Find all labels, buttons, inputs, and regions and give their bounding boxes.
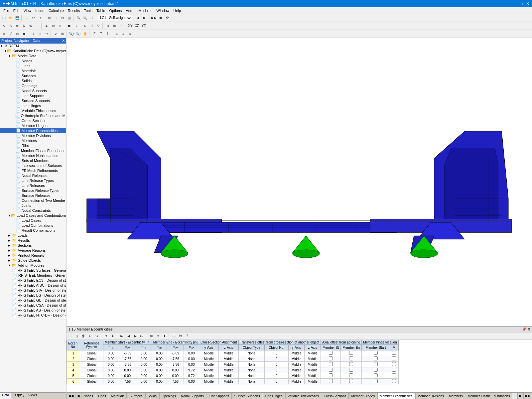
tb2-plane-xy[interactable]: XY xyxy=(127,23,134,29)
tree-item[interactable]: 📄Surface Release Types xyxy=(0,188,66,193)
tb2-scale[interactable]: ↔ xyxy=(34,23,41,29)
tree-item[interactable]: ▼📂Add-on Modules xyxy=(0,263,66,268)
bt-next[interactable]: ▶ xyxy=(132,333,139,339)
tb3-top[interactable]: T xyxy=(98,31,104,37)
bt-last[interactable]: ⏭ xyxy=(139,333,145,339)
bt-undo[interactable]: ↩ xyxy=(87,333,93,339)
tree-item[interactable]: 📄Load Cases xyxy=(0,218,66,223)
tree-item[interactable]: 📄Nodes xyxy=(0,58,66,63)
cell-men[interactable] xyxy=(341,367,362,373)
toolbar-redo[interactable]: ↪ xyxy=(37,15,43,21)
checkbox[interactable] xyxy=(329,362,333,366)
nav-tab[interactable]: Member Elastic Foundations xyxy=(466,393,512,399)
tb3-iso[interactable]: I xyxy=(104,31,111,37)
checkbox[interactable] xyxy=(392,373,396,377)
left-tab-views[interactable]: Views xyxy=(26,393,39,399)
nav-tab[interactable]: Lines xyxy=(96,393,108,399)
bt-chart[interactable]: 📊 xyxy=(171,333,177,339)
tree-item[interactable]: 📄RF-STEEL GB - Design of ste xyxy=(0,298,66,303)
close-btn[interactable]: ✕ xyxy=(526,1,529,6)
checkbox[interactable] xyxy=(349,379,353,383)
checkbox[interactable] xyxy=(392,362,396,366)
tb2-move[interactable]: ⟲ xyxy=(27,23,34,29)
toolbar-next[interactable]: ▶ xyxy=(141,15,148,21)
tb2-box[interactable]: ▭ xyxy=(50,23,57,29)
toolbar-zoom-in[interactable]: 🔍 xyxy=(75,15,82,21)
menu-window[interactable]: Window xyxy=(154,8,171,13)
tb2-section[interactable]: ⊟ xyxy=(88,23,95,29)
toolbar-prev[interactable]: ◀ xyxy=(135,15,141,21)
tb3-load1[interactable]: ⇓ xyxy=(30,31,37,37)
toolbar-btn3[interactable]: ⊠ xyxy=(59,15,66,21)
checkbox[interactable] xyxy=(392,368,396,372)
tb2-btn2[interactable]: ✎ xyxy=(7,23,14,29)
table-row[interactable]: 3 Global 0.00 -7.56 0.00 0.00 -7.56 0.00… xyxy=(67,362,399,367)
toolbar-print[interactable]: 🖨 xyxy=(23,15,30,21)
tab-nav-first[interactable]: ◀◀ xyxy=(66,393,75,399)
tb2-measure[interactable]: ⊾ xyxy=(82,23,88,29)
bt-sort-desc[interactable]: ⬇ xyxy=(109,333,116,339)
tree-item[interactable]: 📄FE Mesh Refinements xyxy=(0,168,66,173)
cell-mst[interactable] xyxy=(321,350,341,356)
nav-tab[interactable]: Materials xyxy=(109,393,127,399)
tree-item[interactable]: 📄Nodal Constraints xyxy=(0,208,66,213)
toolbar-stop[interactable]: ⏹ xyxy=(157,15,164,21)
nav-tab[interactable]: Solids xyxy=(145,393,159,399)
cell-men[interactable] xyxy=(341,356,362,362)
toolbar-btn4[interactable]: ◫ xyxy=(66,15,72,21)
tb2-render[interactable]: ◼ xyxy=(66,23,72,29)
checkbox[interactable] xyxy=(349,362,353,366)
checkbox[interactable] xyxy=(392,356,396,360)
cell-mst[interactable] xyxy=(321,379,341,384)
tree-item[interactable]: 📄RF-STEEL NTC-DF - Design o xyxy=(0,313,66,318)
tree-item[interactable]: 📄RF-STEEL EC3 - Design of ste xyxy=(0,278,66,283)
toolbar-open[interactable]: 📂 xyxy=(7,15,14,21)
nav-tab[interactable]: Line Hinges xyxy=(263,393,285,399)
tree-item[interactable]: 📄Variable Thicknesses xyxy=(0,108,66,113)
checkbox[interactable] xyxy=(329,351,333,355)
nav-tab[interactable]: Openings xyxy=(159,393,178,399)
bt-help[interactable]: ? xyxy=(184,333,191,339)
tree-item[interactable]: 📄Line Hinges xyxy=(0,103,66,108)
tab-nav-prev[interactable]: ◀ xyxy=(75,393,81,399)
cell-m[interactable] xyxy=(390,350,398,356)
tree-item[interactable]: 📄Member Elastic Foundation xyxy=(0,148,66,153)
toolbar-zoom-fit[interactable]: ⊡ xyxy=(88,15,95,21)
tree-item[interactable]: 📄Cross-Sections xyxy=(0,118,66,123)
table-row[interactable]: 1 Global 0.00 -6.89 0.00 0.00 -6.89 0.00… xyxy=(67,350,399,356)
bt-import[interactable]: ⬇ xyxy=(161,333,168,339)
checkbox[interactable] xyxy=(374,368,378,372)
nav-tab[interactable]: Member Eccentricities xyxy=(377,393,415,399)
cell-men[interactable] xyxy=(341,379,362,384)
tb3-extra1[interactable]: ⊕ xyxy=(114,31,120,37)
tree-item[interactable]: 📄Member Eccentricities xyxy=(0,128,66,133)
nav-tab[interactable]: Nodes xyxy=(81,393,95,399)
tb2-wire[interactable]: □ xyxy=(72,23,79,29)
checkbox[interactable] xyxy=(374,362,378,366)
cell-men[interactable] xyxy=(341,373,362,379)
cell-mstart[interactable] xyxy=(362,367,390,373)
toolbar-run[interactable]: ▶▶ xyxy=(151,15,157,21)
tb3-extra3[interactable]: ≡ xyxy=(127,31,134,37)
tb3-front[interactable]: F xyxy=(91,31,98,37)
tree-item[interactable]: 📄RF-STEEL AISC - Design of s xyxy=(0,283,66,288)
bt-export[interactable]: ⬆ xyxy=(155,333,161,339)
tree-item[interactable]: 📄Connection of Two Membe xyxy=(0,198,66,203)
left-tab-data[interactable]: Data xyxy=(0,393,11,399)
tree-item[interactable]: 📄Solids xyxy=(0,78,66,83)
nav-tab[interactable]: Variable Thicknesses xyxy=(285,393,321,399)
bt-prev[interactable]: ◀ xyxy=(125,333,132,339)
nav-tab[interactable]: Line Supports xyxy=(206,393,232,399)
tree-item[interactable]: ▼📂Model Data xyxy=(0,53,66,58)
menu-view[interactable]: View xyxy=(22,8,34,13)
checkbox[interactable] xyxy=(329,379,333,383)
tb3-table[interactable]: ⊞ xyxy=(59,31,66,37)
tb3-zoom2[interactable]: 🔍− xyxy=(75,31,82,37)
checkbox[interactable] xyxy=(392,351,396,355)
menu-addon[interactable]: Add-on Modules xyxy=(124,8,154,13)
tb2-filter[interactable]: ▽ xyxy=(95,23,102,29)
checkbox[interactable] xyxy=(349,373,353,377)
tree-item[interactable]: 📄Ribs xyxy=(0,143,66,148)
cell-mstart[interactable] xyxy=(362,373,390,379)
tree-item[interactable]: 📄Joints xyxy=(0,203,66,208)
